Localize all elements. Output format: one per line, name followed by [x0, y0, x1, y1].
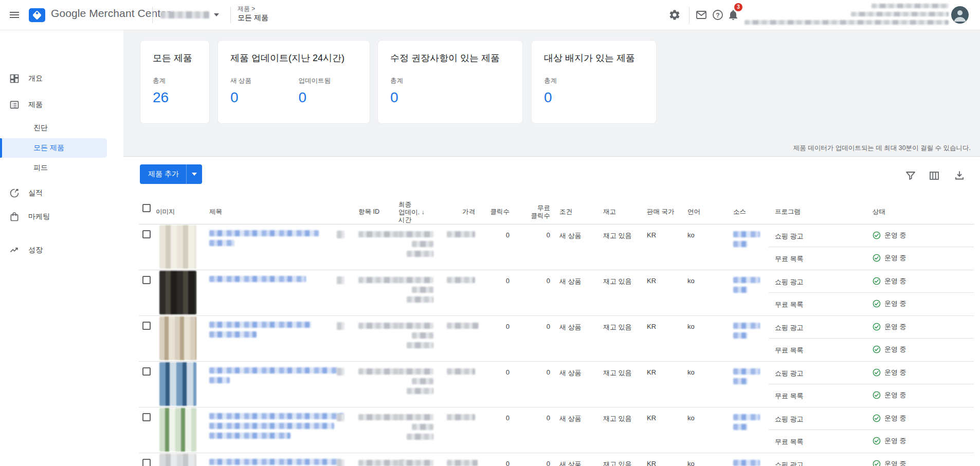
source-redacted[interactable]: [733, 368, 760, 375]
product-title-redacted[interactable]: [209, 367, 338, 374]
sidebar-item-products[interactable]: 제품: [0, 97, 123, 113]
source-redacted[interactable]: [733, 332, 748, 339]
updated-time-redacted: [412, 241, 433, 247]
status-label: 운영 중: [884, 276, 906, 286]
col-price[interactable]: 가격: [449, 208, 475, 216]
table-row: 00새 상품재고 있음KRko쇼핑 광고운영 중무료 목록운영 중: [139, 407, 974, 453]
program-label: 쇼핑 광고: [775, 369, 804, 378]
col-status[interactable]: 상태: [873, 208, 885, 216]
product-title-redacted[interactable]: [209, 459, 340, 465]
account-name-redacted: [872, 4, 949, 8]
col-last-updated[interactable]: 최종 업데이. ↓ 시간: [398, 201, 425, 224]
source-redacted[interactable]: [733, 287, 748, 293]
product-title-redacted[interactable]: [209, 230, 319, 236]
product-title-redacted[interactable]: [209, 423, 334, 429]
hamburger-menu-icon[interactable]: [8, 9, 21, 21]
updated-time-redacted: [398, 277, 433, 283]
source-redacted[interactable]: [733, 424, 748, 430]
source-redacted[interactable]: [733, 231, 760, 237]
col-stock[interactable]: 재고: [603, 208, 616, 216]
source-redacted[interactable]: [733, 378, 748, 384]
settings-gear-icon[interactable]: [668, 9, 681, 21]
row-checkbox[interactable]: [142, 322, 151, 330]
help-icon[interactable]: ?: [712, 9, 724, 21]
language-value: ko: [687, 323, 695, 330]
status-label: 운영 중: [884, 253, 906, 263]
add-product-button[interactable]: 제품 추가: [140, 164, 202, 184]
account-switcher-redacted[interactable]: [160, 11, 209, 18]
clicks-value: 0: [474, 460, 510, 466]
sidebar-item-growth[interactable]: 성장: [0, 243, 123, 258]
col-source[interactable]: 소스: [733, 208, 746, 216]
sidebar-item-label: 피드: [33, 163, 48, 173]
product-title-redacted[interactable]: [209, 433, 291, 439]
sidebar-item-marketing[interactable]: 마케팅: [0, 209, 123, 225]
condition-value: 새 상품: [559, 460, 582, 466]
col-program[interactable]: 프로그램: [775, 208, 801, 216]
product-title-redacted[interactable]: [209, 377, 230, 383]
country-value: KR: [647, 460, 656, 466]
status-active-icon: [873, 323, 881, 331]
source-redacted[interactable]: [733, 323, 760, 329]
product-title-redacted[interactable]: [209, 276, 306, 282]
product-title-redacted[interactable]: [209, 331, 257, 338]
col-clicks[interactable]: 클릭수: [474, 208, 510, 216]
status-label: 운영 중: [884, 436, 906, 445]
sidebar-item-feeds[interactable]: 피드: [0, 160, 123, 176]
updated-time-redacted: [412, 424, 433, 430]
product-thumbnail: [159, 362, 196, 406]
col-free-clicks[interactable]: 무료 클릭수: [519, 204, 550, 220]
price-redacted: [447, 277, 475, 283]
status-cell: 운영 중: [873, 299, 906, 308]
title-badge-redacted: [337, 276, 344, 284]
filter-icon[interactable]: [904, 170, 917, 182]
source-redacted[interactable]: [733, 241, 748, 247]
col-title[interactable]: 제목: [209, 208, 222, 216]
download-icon[interactable]: [953, 170, 966, 182]
updated-time-redacted: [398, 323, 433, 329]
source-redacted[interactable]: [733, 414, 760, 420]
merchant-center-logo-icon[interactable]: [28, 6, 46, 24]
avatar[interactable]: [951, 6, 969, 24]
row-checkbox[interactable]: [142, 367, 151, 376]
sidebar-item-overview[interactable]: 개요: [0, 71, 123, 86]
col-image[interactable]: 이미지: [156, 208, 175, 216]
col-condition[interactable]: 조건: [559, 208, 572, 216]
sidebar-item-label: 성장: [28, 246, 43, 255]
table-row: 00새 상품재고 있음KRko쇼핑 광고운영 중무료 목록운영 중: [139, 270, 974, 316]
row-checkbox[interactable]: [142, 459, 151, 466]
account-caret-icon[interactable]: [214, 13, 219, 16]
table-header: 이미지 제목 항목 ID 최종 업데이. ↓ 시간 가격 클릭수 무료 클릭수 …: [139, 200, 974, 225]
source-redacted[interactable]: [733, 277, 760, 283]
col-country[interactable]: 판매 국가: [647, 208, 674, 216]
sidebar-item-label: 제품: [28, 100, 43, 109]
sort-desc-icon[interactable]: ↓: [421, 209, 424, 216]
row-checkbox[interactable]: [142, 230, 151, 238]
program-row-divider: [769, 430, 974, 430]
row-checkbox[interactable]: [142, 413, 151, 421]
product-title-redacted[interactable]: [209, 322, 311, 328]
status-cell: 운영 중: [873, 436, 906, 445]
updated-time-redacted: [407, 251, 433, 257]
updated-time-redacted: [398, 231, 433, 237]
stock-value: 재고 있음: [603, 414, 632, 423]
select-all-checkbox[interactable]: [142, 204, 151, 212]
metric-label: 총계: [390, 77, 403, 85]
stock-value: 재고 있음: [603, 460, 632, 466]
add-product-dropdown[interactable]: [186, 164, 202, 184]
sidebar-item-diagnostics[interactable]: 진단: [0, 120, 123, 136]
product-title-redacted[interactable]: [209, 240, 234, 246]
breadcrumb[interactable]: 제품 >: [238, 5, 255, 13]
status-active-icon: [873, 460, 881, 466]
mail-icon[interactable]: [695, 9, 707, 21]
program-label: 쇼핑 광고: [775, 323, 804, 332]
col-item-id[interactable]: 항목 ID: [358, 208, 379, 216]
updated-time-redacted: [412, 287, 433, 293]
product-title-redacted[interactable]: [209, 413, 343, 419]
source-redacted[interactable]: [733, 460, 760, 466]
sidebar-item-performance[interactable]: 실적: [0, 185, 123, 201]
columns-icon[interactable]: [928, 170, 940, 182]
col-language[interactable]: 언어: [687, 208, 700, 216]
sidebar-item-all-products[interactable]: 모든 제품: [0, 140, 123, 156]
row-checkbox[interactable]: [142, 276, 151, 284]
